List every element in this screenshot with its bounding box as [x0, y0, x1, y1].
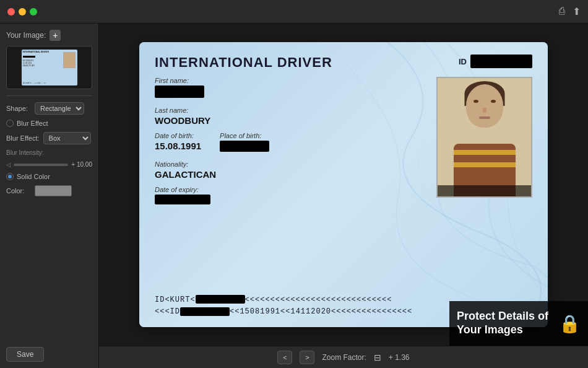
- thumb-face: [63, 52, 76, 68]
- pob-redacted: [220, 141, 269, 152]
- body-stripe-bottom: [454, 162, 516, 167]
- id-label: ID: [459, 57, 467, 66]
- shape-control: Shape: Rectangle Ellipse Custom: [6, 102, 92, 115]
- mrz2-suffix: <<15081991<<14112020<<<<<<<<<<<<<<<<: [230, 307, 412, 316]
- nationality-field: Nationality: GALACTICAN: [155, 160, 424, 180]
- mouth: [479, 116, 490, 119]
- dob-field: Date of birth: 15.08.1991: [155, 132, 201, 154]
- mrz2-prefix: <<<ID: [155, 307, 180, 316]
- id-card-header: INTERNATIONAL DRIVER ID: [155, 55, 532, 71]
- your-image-label: Your Image:: [6, 31, 46, 40]
- zoom-factor-label: Zoom Factor:: [322, 353, 366, 362]
- dob-value: 15.08.1991: [155, 141, 201, 151]
- person-head: [466, 84, 503, 128]
- bottom-bar: < > Zoom Factor: ⊟ + 1.36: [99, 346, 588, 368]
- expiry-redacted: [155, 195, 210, 204]
- solid-color-radio[interactable]: [6, 173, 14, 180]
- add-image-button[interactable]: +: [50, 30, 61, 41]
- nationality-label: Nationality:: [155, 160, 424, 168]
- mrz1-suffix: <<<<<<<<<<<<<<<<<<<<<<<<<<<<<: [245, 296, 392, 304]
- left-eye: [473, 100, 478, 103]
- traffic-lights: [7, 8, 37, 15]
- nose: [483, 108, 486, 113]
- id-card-title: INTERNATIONAL DRIVER: [155, 55, 332, 71]
- slider-min-icon: ◁: [6, 162, 11, 168]
- blur-type-select[interactable]: Box Gaussian Pixel: [43, 132, 91, 144]
- body-stripe-top: [454, 150, 516, 155]
- last-name-value: WOODBURY: [155, 115, 424, 126]
- id-number-redacted: [470, 55, 532, 68]
- title-bar-actions: ⎙ ⬆: [559, 6, 581, 17]
- color-swatch[interactable]: [35, 185, 72, 196]
- id-card-body: First name: Last name: WOODBURY: [155, 77, 532, 213]
- image-thumbnail[interactable]: INTERNATIONAL DRIVER WOODBURY 15.08.1991…: [6, 46, 92, 89]
- right-eye: [491, 100, 496, 103]
- blur-intensity-label: Blur Intensity:: [6, 149, 92, 156]
- first-name-redacted: [155, 85, 204, 98]
- id-photo: [436, 77, 532, 198]
- thumb-mrz: ID<KURT<...<<<ID...<<: [23, 82, 76, 84]
- mrz-line-1: ID<KURT<<<<<<<<<<<<<<<<<<<<<<<<<<<<<<: [155, 294, 532, 306]
- mrz1-redacted: [196, 295, 245, 304]
- mrz2-redacted: [180, 307, 230, 316]
- pob-field: Place of birth:: [220, 132, 269, 154]
- zoom-icon: ⊟: [374, 353, 381, 362]
- separator-1: [6, 95, 92, 96]
- canvas-content: INTERNATIONAL DRIVER ID First name:: [99, 24, 588, 346]
- share-icon[interactable]: ⬆: [573, 6, 581, 17]
- mrz1-prefix: ID<KURT<: [155, 296, 196, 304]
- zoom-value: + 1.36: [389, 353, 410, 362]
- blur-effect-type-control: Blur Effect: Box Gaussian Pixel: [6, 132, 92, 144]
- blur-intensity-slider-row: ◁ + 10.00: [6, 161, 92, 168]
- minimize-button[interactable]: [19, 8, 26, 15]
- last-name-label: Last name:: [155, 107, 424, 114]
- next-button[interactable]: >: [300, 351, 314, 364]
- first-name-label: First name:: [155, 77, 424, 84]
- mrz-line-2: <<<ID<<15081991<<14112020<<<<<<<<<<<<<<<…: [155, 306, 532, 318]
- id-card: INTERNATIONAL DRIVER ID First name:: [139, 42, 548, 327]
- last-name-field: Last name: WOODBURY: [155, 107, 424, 126]
- blur-effect-type-label: Blur Effect:: [6, 134, 40, 142]
- nationality-value: GALACTICAN: [155, 169, 424, 180]
- main-layout: Your Image: + INTERNATIONAL DRIVER WOODB…: [0, 24, 588, 368]
- first-name-field: First name:: [155, 77, 424, 100]
- blur-effect-row[interactable]: Blur Effect: [6, 120, 92, 127]
- id-card-inner: INTERNATIONAL DRIVER ID First name:: [139, 42, 548, 327]
- expiry-label: Date of expiry:: [155, 186, 424, 193]
- color-row: Color:: [6, 185, 92, 196]
- prev-button[interactable]: <: [277, 351, 292, 364]
- blur-effect-label: Blur Effect: [17, 120, 48, 127]
- shape-label: Shape:: [6, 105, 31, 112]
- your-image-section: Your Image: +: [6, 30, 92, 41]
- pob-label: Place of birth:: [220, 132, 269, 139]
- id-number-row: ID: [459, 55, 532, 68]
- canvas-area: INTERNATIONAL DRIVER ID First name:: [99, 24, 588, 368]
- dob-label: Date of birth:: [155, 132, 201, 139]
- solid-color-row[interactable]: Solid Color: [6, 173, 92, 180]
- blur-intensity-value: + 10.00: [71, 161, 92, 168]
- title-bar: ⎙ ⬆: [0, 0, 588, 24]
- save-button[interactable]: Save: [6, 347, 44, 362]
- shape-select[interactable]: Rectangle Ellipse Custom: [35, 102, 84, 115]
- expiry-field: Date of expiry:: [155, 186, 424, 207]
- photo-bottom-bar: [438, 185, 531, 196]
- dob-pob-row: Date of birth: 15.08.1991 Place of birth…: [155, 132, 424, 154]
- blur-effect-radio[interactable]: [6, 120, 14, 127]
- thumb-bar-1: [23, 56, 35, 58]
- lock-icon: 🔒: [559, 313, 581, 334]
- print-icon[interactable]: ⎙: [559, 6, 565, 17]
- id-footer: ID<KURT<<<<<<<<<<<<<<<<<<<<<<<<<<<<<< <<…: [155, 294, 532, 318]
- blur-intensity-slider[interactable]: [14, 164, 68, 166]
- left-panel: Your Image: + INTERNATIONAL DRIVER WOODB…: [0, 24, 99, 368]
- solid-color-label: Solid Color: [17, 173, 50, 180]
- color-label: Color:: [6, 187, 31, 195]
- id-fields: First name: Last name: WOODBURY: [155, 77, 424, 213]
- fullscreen-button[interactable]: [30, 8, 37, 15]
- thumbnail-preview: INTERNATIONAL DRIVER WOODBURY 15.08.1991…: [22, 50, 77, 85]
- close-button[interactable]: [7, 8, 15, 15]
